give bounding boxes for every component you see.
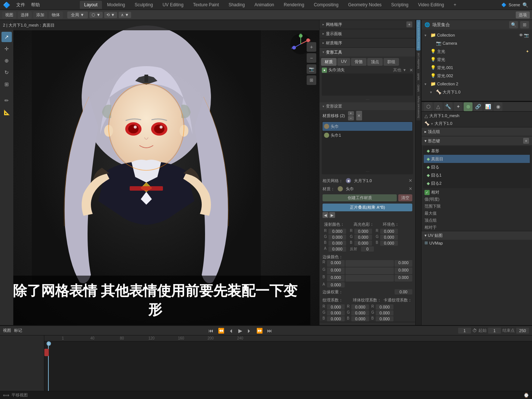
morph-settings-header[interactable]: ▾ 变形设置	[320, 102, 415, 110]
edge-g-right[interactable]: 0.000	[395, 267, 412, 274]
play-next-frame[interactable]: ⏵	[246, 327, 253, 334]
tab-video-editing[interactable]: Video Editing	[414, 1, 449, 9]
tab-group[interactable]: 群组	[383, 58, 399, 66]
sk-add-btn[interactable]: +	[523, 138, 529, 144]
spec-r-input[interactable]: 0.000	[354, 229, 372, 234]
sk-item-sad2[interactable]: ◆ 囧る2	[424, 179, 530, 187]
toolbar-select[interactable]: 选择	[18, 11, 32, 18]
tab-layout[interactable]: Layout	[80, 1, 102, 9]
mat-val-close-btn[interactable]: ✕	[409, 186, 412, 191]
mesh-close-btn[interactable]: ✕	[409, 178, 412, 183]
mode-global-btn[interactable]: 全局 ▼	[67, 11, 88, 18]
outliner-filter-btn[interactable]: ⊞	[520, 21, 529, 28]
select-tool[interactable]: ↗	[1, 32, 12, 42]
viewport[interactable]: 2 | 大月下1.0_mesh：真面目 ↗ ✛ ⊕ ↻ ⊞ ✏ 📐	[0, 20, 319, 325]
mesh-value[interactable]: 大月下1.0	[354, 178, 407, 184]
play-jump-start[interactable]: ⏮	[207, 327, 215, 334]
tree-item-collection[interactable]: ▾ 📁 Collection 👁 📷	[422, 31, 532, 39]
outliner-search-btn[interactable]: 🔍	[509, 21, 518, 28]
vis-eye-collection[interactable]: 👁	[519, 33, 523, 38]
play-btn[interactable]: ▶	[237, 327, 243, 334]
uv-header[interactable]: ▾ UV 贴图	[422, 231, 532, 240]
tab-scripting[interactable]: Scripting	[387, 1, 413, 9]
panel-row-material-order[interactable]: ▸ 材质顺序	[320, 38, 415, 47]
tree-item-backlight[interactable]: 💡 背光	[422, 55, 532, 64]
add-btn[interactable]: +	[406, 21, 412, 27]
edge-r-input[interactable]: 0.000	[327, 260, 345, 267]
props-physics-icon[interactable]: ⊛	[464, 102, 473, 111]
cursor-tool[interactable]: ✛	[1, 44, 12, 54]
panel-row-morph[interactable]: ▾ 变形工具	[320, 48, 415, 57]
spec-b-input[interactable]: 0.000	[354, 241, 372, 246]
viewport-grid[interactable]: ⊞	[307, 75, 316, 85]
toolbar-add[interactable]: 添加	[33, 11, 47, 18]
edge-b-right[interactable]: 0.000	[395, 275, 412, 282]
props-constraint-icon[interactable]: 🔗	[474, 102, 482, 111]
current-frame-input[interactable]: 1	[458, 328, 471, 334]
tab-texture-paint[interactable]: Texture Paint	[189, 1, 224, 9]
play-prev-frame[interactable]: ⏴	[228, 327, 235, 334]
blend-mode-btn[interactable]: 正片叠底(相乘 A*B)	[323, 204, 412, 211]
sk-item-sad1[interactable]: ◆ 囧る1	[424, 171, 530, 179]
timeline-view-label[interactable]: 视图	[3, 328, 11, 333]
options-btn[interactable]: 选项	[516, 11, 530, 18]
end-frame-input[interactable]: 250	[516, 328, 529, 334]
vert-tab-modifier-list[interactable]: Modifier List	[416, 51, 420, 71]
tree-item-collection2[interactable]: ▾ 📁 Collection 2	[422, 80, 532, 88]
tab-modeling[interactable]: Modeling	[103, 1, 130, 9]
diff-b-input[interactable]: 0.000	[328, 241, 346, 246]
tab-sculpting[interactable]: Sculpting	[130, 1, 157, 9]
play-jump-end[interactable]: ⏭	[266, 327, 273, 334]
relative-checkbox[interactable]: ✓	[424, 190, 430, 195]
search-icon[interactable]: 🔍	[522, 2, 528, 8]
tab-geometry-nodes[interactable]: Geometry Nodes	[344, 1, 386, 9]
diff-g-input[interactable]: 0.000	[328, 235, 346, 240]
tree-item-backlight002[interactable]: 💡 背光.002	[422, 72, 532, 80]
pivot-btn[interactable]: ⬡ ▼	[89, 12, 103, 18]
tab-vertex[interactable]: 顶点	[367, 58, 383, 66]
vert-tab-mmd[interactable]: MMD	[416, 82, 420, 94]
tab-uv-editing[interactable]: UV Editing	[158, 1, 188, 9]
amb-g-input[interactable]: 0.000	[380, 235, 398, 240]
edge-r-right[interactable]: 0.000	[395, 260, 412, 267]
sph-b-input[interactable]: 0.000	[351, 316, 369, 321]
viewport-zoom-out[interactable]: −	[307, 53, 316, 63]
spec-refl-input[interactable]: 0	[361, 246, 374, 252]
tab-add[interactable]: +	[449, 1, 461, 9]
blender-icon[interactable]: 🔷	[0, 1, 13, 8]
pol-g-input[interactable]: 0.000	[327, 310, 345, 316]
diff-a-input[interactable]: 0.000	[328, 246, 346, 252]
create-material-btn[interactable]: 创建工作材质	[323, 194, 397, 201]
transform-btn[interactable]: ⟲ ▼	[104, 12, 117, 18]
timeline-track[interactable]: 1 40 80 120 160 200 240 1	[0, 335, 532, 391]
cart-b-input[interactable]: 0.000	[376, 316, 393, 321]
edge-b-input[interactable]: 0.000	[327, 275, 345, 282]
play-prev-keyframe[interactable]: ⏪	[217, 327, 225, 334]
sk-item-face[interactable]: ◆ 真面目	[424, 155, 530, 163]
mat-expand-btn[interactable]: ▼	[403, 68, 406, 72]
tree-item-mainlight[interactable]: 💡 主光 ✦	[422, 47, 532, 55]
spec-g-input[interactable]: 0.000	[354, 235, 372, 240]
pol-r-input[interactable]: 0.000	[327, 304, 345, 310]
shape-keys-header[interactable]: ▾ 形态键 +	[422, 136, 532, 145]
edge-a-input[interactable]: 0.000	[327, 282, 345, 287]
vis-render-collection[interactable]: 📷	[524, 33, 529, 38]
diff-r-input[interactable]: 0.000	[328, 229, 346, 234]
sk-item-sad[interactable]: ◆ 囧る	[424, 163, 530, 171]
material-item-0[interactable]: 头巾	[323, 122, 412, 131]
start-frame-input[interactable]: 1	[488, 328, 501, 334]
props-mesh-icon[interactable]: △	[434, 102, 443, 111]
amb-b-input[interactable]: 0.000	[380, 241, 398, 246]
tab-rendering[interactable]: Rendering	[279, 1, 308, 9]
vert-tab-bone-dynamics[interactable]: Bone Dynamics Pro	[416, 20, 420, 51]
play-next-keyframe[interactable]: ⏩	[255, 327, 264, 334]
tab-shading[interactable]: Shading	[224, 1, 249, 9]
tab-compositing[interactable]: Compositing	[309, 1, 343, 9]
vertex-group-header[interactable]: ▸ 顶点组	[422, 127, 532, 136]
annotate-tool[interactable]: ✏	[1, 95, 12, 106]
props-data-icon[interactable]: 📊	[484, 102, 492, 111]
timeline-mark-label[interactable]: 标记	[14, 328, 22, 333]
tab-uv[interactable]: UV	[337, 58, 350, 66]
mat-close-btn[interactable]: ✕	[409, 68, 413, 73]
blend-prev-btn[interactable]: ◀	[323, 212, 328, 218]
